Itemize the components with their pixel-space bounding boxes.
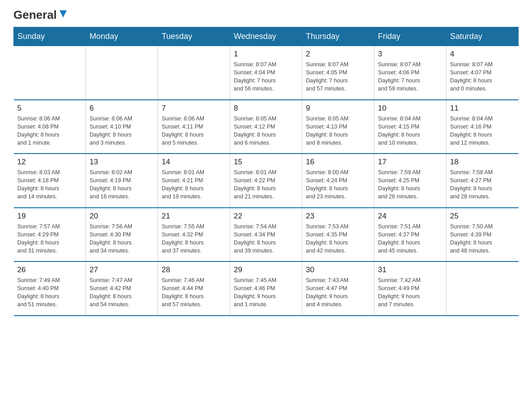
day-number: 30 (306, 265, 370, 274)
day-info: Sunrise: 8:07 AM Sunset: 4:05 PM Dayligh… (306, 60, 370, 93)
day-info: Sunrise: 7:43 AM Sunset: 4:47 PM Dayligh… (306, 276, 370, 309)
day-number: 13 (90, 158, 154, 167)
calendar-cell: 19Sunrise: 7:57 AM Sunset: 4:29 PM Dayli… (14, 208, 86, 262)
day-info: Sunrise: 8:04 AM Sunset: 4:16 PM Dayligh… (450, 115, 515, 147)
calendar-cell: 7Sunrise: 8:06 AM Sunset: 4:11 PM Daylig… (158, 100, 230, 154)
day-number: 22 (234, 212, 298, 221)
calendar-cell: 3Sunrise: 8:07 AM Sunset: 4:06 PM Daylig… (374, 46, 446, 100)
day-info: Sunrise: 8:05 AM Sunset: 4:13 PM Dayligh… (306, 115, 370, 147)
calendar-cell: 26Sunrise: 7:49 AM Sunset: 4:40 PM Dayli… (14, 261, 86, 316)
column-header-wednesday: Wednesday (230, 27, 302, 46)
day-number: 16 (306, 158, 370, 167)
calendar-cell: 17Sunrise: 7:59 AM Sunset: 4:25 PM Dayli… (374, 154, 446, 208)
calendar-cell: 15Sunrise: 8:01 AM Sunset: 4:22 PM Dayli… (230, 154, 302, 208)
column-header-thursday: Thursday (302, 27, 374, 46)
calendar-cell: 27Sunrise: 7:47 AM Sunset: 4:42 PM Dayli… (86, 261, 158, 316)
logo-text: General (13, 9, 57, 21)
day-number: 26 (17, 265, 82, 274)
day-info: Sunrise: 8:06 AM Sunset: 4:08 PM Dayligh… (17, 115, 82, 147)
calendar-cell: 18Sunrise: 7:58 AM Sunset: 4:27 PM Dayli… (446, 154, 519, 208)
day-info: Sunrise: 8:06 AM Sunset: 4:11 PM Dayligh… (162, 115, 226, 147)
day-number: 7 (162, 104, 226, 113)
calendar-cell: 20Sunrise: 7:56 AM Sunset: 4:30 PM Dayli… (86, 208, 158, 262)
day-info: Sunrise: 7:47 AM Sunset: 4:42 PM Dayligh… (90, 276, 154, 309)
day-number: 8 (234, 104, 298, 113)
logo-triangle-icon (58, 9, 69, 19)
day-number: 29 (234, 265, 298, 274)
day-info: Sunrise: 7:51 AM Sunset: 4:37 PM Dayligh… (378, 223, 442, 255)
calendar-cell: 1Sunrise: 8:07 AM Sunset: 4:04 PM Daylig… (230, 46, 302, 100)
day-info: Sunrise: 7:42 AM Sunset: 4:49 PM Dayligh… (378, 276, 442, 309)
column-header-monday: Monday (86, 27, 158, 46)
calendar-cell: 30Sunrise: 7:43 AM Sunset: 4:47 PM Dayli… (302, 261, 374, 316)
calendar-cell: 13Sunrise: 8:02 AM Sunset: 4:19 PM Dayli… (86, 154, 158, 208)
day-number: 24 (378, 212, 442, 221)
day-number: 19 (17, 212, 82, 221)
day-info: Sunrise: 8:04 AM Sunset: 4:15 PM Dayligh… (378, 115, 442, 147)
day-info: Sunrise: 8:01 AM Sunset: 4:21 PM Dayligh… (162, 168, 226, 201)
day-number: 21 (162, 212, 226, 221)
day-number: 14 (162, 158, 226, 167)
week-row-4: 19Sunrise: 7:57 AM Sunset: 4:29 PM Dayli… (14, 208, 519, 262)
day-number: 20 (90, 212, 154, 221)
day-info: Sunrise: 8:06 AM Sunset: 4:10 PM Dayligh… (90, 115, 154, 147)
day-info: Sunrise: 7:50 AM Sunset: 4:39 PM Dayligh… (450, 223, 515, 255)
calendar-cell: 10Sunrise: 8:04 AM Sunset: 4:15 PM Dayli… (374, 100, 446, 154)
day-number: 1 (234, 50, 298, 59)
calendar-cell: 14Sunrise: 8:01 AM Sunset: 4:21 PM Dayli… (158, 154, 230, 208)
calendar-cell: 11Sunrise: 8:04 AM Sunset: 4:16 PM Dayli… (446, 100, 519, 154)
day-info: Sunrise: 8:05 AM Sunset: 4:12 PM Dayligh… (234, 115, 298, 147)
column-header-friday: Friday (374, 27, 446, 46)
day-info: Sunrise: 7:58 AM Sunset: 4:27 PM Dayligh… (450, 168, 515, 201)
day-number: 3 (378, 50, 442, 59)
calendar-cell: 22Sunrise: 7:54 AM Sunset: 4:34 PM Dayli… (230, 208, 302, 262)
column-header-tuesday: Tuesday (158, 27, 230, 46)
calendar-table: SundayMondayTuesdayWednesdayThursdayFrid… (13, 27, 519, 316)
day-number: 23 (306, 212, 370, 221)
logo: General (13, 9, 69, 21)
calendar-cell: 23Sunrise: 7:53 AM Sunset: 4:35 PM Dayli… (302, 208, 374, 262)
day-number: 25 (450, 212, 515, 221)
day-number: 31 (378, 265, 442, 274)
column-header-saturday: Saturday (446, 27, 519, 46)
day-info: Sunrise: 8:00 AM Sunset: 4:24 PM Dayligh… (306, 168, 370, 201)
day-info: Sunrise: 8:01 AM Sunset: 4:22 PM Dayligh… (234, 168, 298, 201)
calendar-cell: 8Sunrise: 8:05 AM Sunset: 4:12 PM Daylig… (230, 100, 302, 154)
day-number: 4 (450, 50, 515, 59)
calendar-header-row: SundayMondayTuesdayWednesdayThursdayFrid… (14, 27, 519, 46)
day-number: 5 (17, 104, 82, 113)
calendar-cell: 12Sunrise: 8:03 AM Sunset: 4:18 PM Dayli… (14, 154, 86, 208)
calendar-cell: 31Sunrise: 7:42 AM Sunset: 4:49 PM Dayli… (374, 261, 446, 316)
calendar-cell: 28Sunrise: 7:46 AM Sunset: 4:44 PM Dayli… (158, 261, 230, 316)
day-number: 9 (306, 104, 370, 113)
day-info: Sunrise: 7:46 AM Sunset: 4:44 PM Dayligh… (162, 276, 226, 309)
calendar-cell: 29Sunrise: 7:45 AM Sunset: 4:46 PM Dayli… (230, 261, 302, 316)
day-number: 17 (378, 158, 442, 167)
calendar-cell: 24Sunrise: 7:51 AM Sunset: 4:37 PM Dayli… (374, 208, 446, 262)
column-header-sunday: Sunday (14, 27, 86, 46)
week-row-2: 5Sunrise: 8:06 AM Sunset: 4:08 PM Daylig… (14, 100, 519, 154)
day-number: 28 (162, 265, 226, 274)
day-number: 15 (234, 158, 298, 167)
day-info: Sunrise: 7:59 AM Sunset: 4:25 PM Dayligh… (378, 168, 442, 201)
calendar-cell (446, 261, 519, 316)
day-info: Sunrise: 8:07 AM Sunset: 4:07 PM Dayligh… (450, 60, 515, 93)
day-number: 18 (450, 158, 515, 167)
svg-marker-0 (60, 10, 67, 17)
day-info: Sunrise: 7:45 AM Sunset: 4:46 PM Dayligh… (234, 276, 298, 309)
calendar-cell: 4Sunrise: 8:07 AM Sunset: 4:07 PM Daylig… (446, 46, 519, 100)
day-info: Sunrise: 7:57 AM Sunset: 4:29 PM Dayligh… (17, 223, 82, 255)
day-info: Sunrise: 8:07 AM Sunset: 4:04 PM Dayligh… (234, 60, 298, 93)
day-number: 12 (17, 158, 82, 167)
calendar-cell: 5Sunrise: 8:06 AM Sunset: 4:08 PM Daylig… (14, 100, 86, 154)
calendar-cell (158, 46, 230, 100)
day-info: Sunrise: 7:54 AM Sunset: 4:34 PM Dayligh… (234, 223, 298, 255)
week-row-5: 26Sunrise: 7:49 AM Sunset: 4:40 PM Dayli… (14, 261, 519, 316)
calendar-cell: 25Sunrise: 7:50 AM Sunset: 4:39 PM Dayli… (446, 208, 519, 262)
day-info: Sunrise: 8:02 AM Sunset: 4:19 PM Dayligh… (90, 168, 154, 201)
day-number: 6 (90, 104, 154, 113)
day-number: 11 (450, 104, 515, 113)
day-info: Sunrise: 7:49 AM Sunset: 4:40 PM Dayligh… (17, 276, 82, 309)
day-number: 27 (90, 265, 154, 274)
day-info: Sunrise: 7:55 AM Sunset: 4:32 PM Dayligh… (162, 223, 226, 255)
